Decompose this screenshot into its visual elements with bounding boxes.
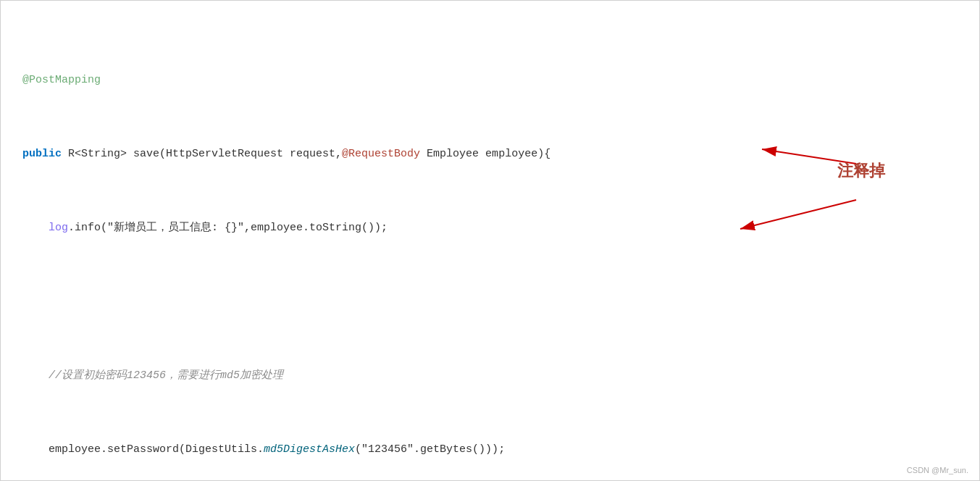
code-line-3: log.info("新增员工，员工信息: {}",employee.toStri… bbox=[22, 219, 958, 238]
annotation-label: 注释掉 bbox=[837, 160, 885, 182]
code-line-5: //设置初始密码123456，需要进行md5加密处理 bbox=[22, 367, 958, 385]
code-container: @PostMapping public R<String> save(HttpS… bbox=[0, 0, 980, 481]
code-line-2: public R<String> save(HttpServletRequest… bbox=[22, 145, 958, 164]
code-line-4 bbox=[22, 293, 958, 311]
code-line-1: @PostMapping bbox=[22, 71, 958, 90]
watermark: CSDN @Mr_sun. bbox=[907, 466, 968, 474]
code-line-6: employee.setPassword(DigestUtils.md5Dige… bbox=[22, 440, 958, 459]
code-block: @PostMapping public R<String> save(HttpS… bbox=[22, 15, 958, 481]
annotation-decorator: @PostMapping bbox=[22, 74, 101, 86]
